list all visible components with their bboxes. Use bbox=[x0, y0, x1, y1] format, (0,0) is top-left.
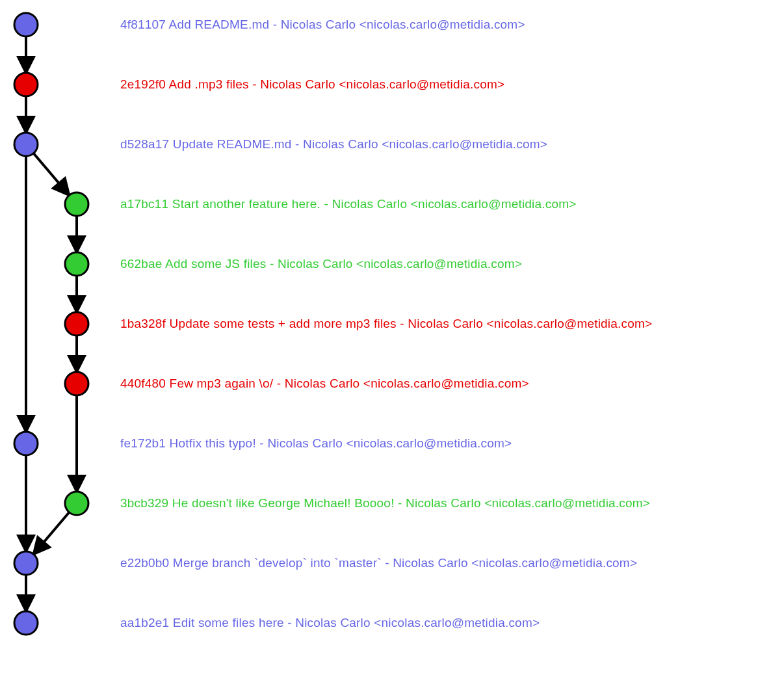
commit-label-4f81107: 4f81107 Add README.md - Nicolas Carlo <n… bbox=[120, 18, 525, 32]
commit-label-e22b0b0: e22b0b0 Merge branch `develop` into `mas… bbox=[120, 556, 637, 570]
commit-email: nicolas.carlo@metidia.com bbox=[389, 137, 540, 151]
commit-label-aa1b2e1: aa1b2e1 Edit some files here - Nicolas C… bbox=[120, 616, 540, 630]
commit-email: nicolas.carlo@metidia.com bbox=[363, 257, 514, 271]
commit-label-d528a17: d528a17 Update README.md - Nicolas Carlo… bbox=[120, 137, 547, 152]
commit-message: Add .mp3 files bbox=[169, 77, 249, 91]
graph-canvas bbox=[0, 0, 784, 675]
commit-node-662bae bbox=[65, 252, 88, 276]
commit-label-662bae: 662bae Add some JS files - Nicolas Carlo… bbox=[120, 257, 522, 271]
commit-email: nicolas.carlo@metidia.com bbox=[491, 496, 642, 510]
edge-c8-c9 bbox=[34, 512, 70, 553]
commit-author: Nicolas Carlo bbox=[295, 616, 371, 629]
commit-author: Nicolas Carlo bbox=[408, 317, 483, 330]
commit-node-4f81107 bbox=[14, 13, 38, 36]
commit-hash: 2e192f0 bbox=[120, 77, 166, 91]
commit-author: Nicolas Carlo bbox=[332, 197, 408, 211]
commit-node-440f480 bbox=[65, 372, 88, 395]
commit-message: Add README.md bbox=[169, 18, 270, 31]
commit-node-a17bc11 bbox=[65, 192, 88, 216]
commit-author: Nicolas Carlo bbox=[393, 556, 468, 570]
commit-email: nicolas.carlo@metidia.com bbox=[479, 556, 630, 570]
commit-hash: 440f480 bbox=[120, 377, 166, 390]
commit-hash: 3bcb329 bbox=[120, 496, 168, 510]
commit-message: Few mp3 again \o/ bbox=[170, 377, 274, 390]
commit-email: nicolas.carlo@metidia.com bbox=[346, 77, 497, 91]
git-graph: 4f81107 Add README.md - Nicolas Carlo <n… bbox=[0, 0, 784, 675]
commit-author: Nicolas Carlo bbox=[303, 137, 378, 151]
commit-author: Nicolas Carlo bbox=[281, 18, 356, 31]
commit-hash: 4f81107 bbox=[120, 18, 166, 31]
commit-node-fe172b1 bbox=[14, 432, 38, 455]
commit-message: Start another feature here. bbox=[172, 197, 320, 211]
commit-node-3bcb329 bbox=[65, 492, 88, 515]
commit-author: Nicolas Carlo bbox=[278, 257, 353, 271]
commit-author: Nicolas Carlo bbox=[267, 436, 343, 450]
commit-node-d528a17 bbox=[14, 133, 38, 156]
commit-hash: 1ba328f bbox=[120, 317, 166, 330]
commit-hash: e22b0b0 bbox=[120, 556, 169, 570]
commit-hash: a17bc11 bbox=[120, 197, 168, 211]
commit-message: Hotfix this typo! bbox=[170, 436, 256, 450]
commit-message: He doesn't like George Michael! Boooo! bbox=[172, 496, 395, 510]
commit-hash: 662bae bbox=[120, 257, 163, 271]
commit-hash: aa1b2e1 bbox=[120, 616, 169, 629]
commit-email: nicolas.carlo@metidia.com bbox=[418, 197, 569, 211]
commit-message: Add some JS files bbox=[165, 257, 266, 271]
commit-message: Update README.md bbox=[173, 137, 292, 151]
commit-message: Merge branch `develop` into `master` bbox=[173, 556, 382, 570]
commit-email: nicolas.carlo@metidia.com bbox=[354, 436, 504, 450]
commit-node-aa1b2e1 bbox=[14, 611, 38, 635]
commit-label-3bcb329: 3bcb329 He doesn't like George Michael! … bbox=[120, 496, 650, 510]
commit-hash: d528a17 bbox=[120, 137, 169, 151]
commit-message: Edit some files here bbox=[173, 616, 284, 629]
commit-label-a17bc11: a17bc11 Start another feature here. - Ni… bbox=[120, 197, 577, 211]
commit-email: nicolas.carlo@metidia.com bbox=[367, 18, 517, 31]
commit-author: Nicolas Carlo bbox=[285, 377, 360, 390]
commit-node-1ba328f bbox=[65, 312, 88, 336]
commit-email: nicolas.carlo@metidia.com bbox=[494, 317, 645, 330]
commit-email: nicolas.carlo@metidia.com bbox=[382, 616, 532, 629]
commit-node-2e192f0 bbox=[14, 73, 38, 96]
commit-label-1ba328f: 1ba328f Update some tests + add more mp3… bbox=[120, 317, 652, 331]
commit-label-2e192f0: 2e192f0 Add .mp3 files - Nicolas Carlo <… bbox=[120, 77, 504, 92]
commit-node-e22b0b0 bbox=[14, 551, 38, 575]
commit-author: Nicolas Carlo bbox=[260, 77, 335, 91]
commit-message: Update some tests + add more mp3 files bbox=[170, 317, 397, 330]
commit-label-440f480: 440f480 Few mp3 again \o/ - Nicolas Carl… bbox=[120, 377, 529, 391]
edge-c2-c3 bbox=[34, 153, 69, 194]
commit-author: Nicolas Carlo bbox=[406, 496, 481, 510]
commit-label-fe172b1: fe172b1 Hotfix this typo! - Nicolas Carl… bbox=[120, 436, 512, 451]
commit-hash: fe172b1 bbox=[120, 436, 166, 450]
commit-email: nicolas.carlo@metidia.com bbox=[371, 377, 521, 390]
